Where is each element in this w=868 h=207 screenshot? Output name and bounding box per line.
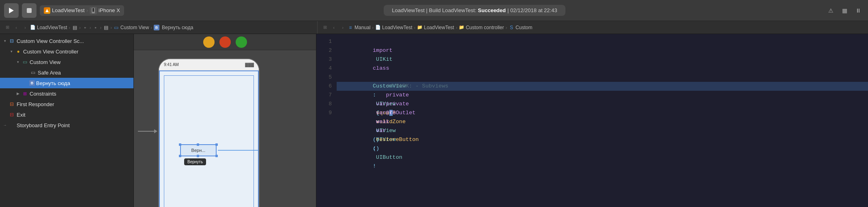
code-editor-panel: 1 2 3 4 5 6 7 8 9 import UIKit <box>316 34 868 207</box>
nav-label-btn: Вернуть сюда <box>36 80 70 86</box>
view-rect-icon: ▭ <box>21 59 28 65</box>
bc-sep-r1: › <box>372 25 374 30</box>
bc-item-custom-view[interactable]: ▭ Custom View <box>114 25 149 30</box>
folder-yellow-icon: 📁 <box>417 25 423 30</box>
bc-prev-right[interactable]: ‹ <box>330 23 338 32</box>
line-num-2: 2 <box>316 46 332 55</box>
rh-tc <box>197 143 199 146</box>
bc-item-folder1[interactable]: ▤ <box>72 25 77 30</box>
bc-sep-2: › <box>79 25 81 30</box>
sb-tool-button-2[interactable] <box>219 36 231 48</box>
phone-button-tooltip: Вернуть <box>184 158 206 165</box>
line-num-3: 3 <box>316 55 332 64</box>
bc-sep-3: › <box>90 25 91 30</box>
bc-item-file1[interactable]: ▫ <box>82 25 88 30</box>
nav-label-exit: Exit <box>17 112 26 118</box>
phone-status-bar: 9:41 AM ▓▓▓ <box>159 59 259 70</box>
resize-handles-container <box>179 143 218 157</box>
bc-sep-r3: › <box>456 25 458 30</box>
bc-item-r-custom[interactable]: S Custom <box>509 25 532 30</box>
nav-item-scene[interactable]: ▾ ⊟ Custom View Controller Sc... <box>0 36 133 46</box>
nav-item-custom-view[interactable]: ▾ ▭ Custom View <box>0 57 133 67</box>
main-content: ▾ ⊟ Custom View Controller Sc... ▾ ● Cus… <box>0 34 868 207</box>
phone-content: Верн... Вернуть <box>159 70 259 207</box>
bc-item-file2[interactable]: ▫ <box>93 25 99 30</box>
nav-item-first-responder[interactable]: ⊟ First Responder <box>0 99 133 109</box>
code-line-2 <box>337 46 868 55</box>
code-content[interactable]: import UIKit class CustomView : UIView { <box>337 34 868 207</box>
bc-item-manual[interactable]: ≡ Manual <box>348 25 370 30</box>
build-status-area: LoadViewTest | Build LoadViewTest: Succe… <box>127 5 822 16</box>
sb-tool-button-1[interactable] <box>203 36 215 48</box>
bc-next-left[interactable]: › <box>21 23 29 32</box>
layout-button[interactable]: ▦ <box>839 5 850 16</box>
bc-item-storyboard[interactable]: 📄 LoadViewTest <box>30 25 67 30</box>
bc-prev-left[interactable]: ‹ <box>12 23 20 32</box>
warning-button[interactable]: ⚠ <box>825 5 836 16</box>
navigator-panel: ▾ ⊟ Custom View Controller Sc... ▾ ● Cus… <box>0 34 134 207</box>
bc-r-custom: Custom <box>516 25 532 30</box>
line-num-4: 4 <box>316 64 332 73</box>
bc-grid-left[interactable]: ⊞ <box>3 23 11 32</box>
nav-label-scene: Custom View Controller Sc... <box>17 38 84 44</box>
bc-sep-6: › <box>150 25 152 30</box>
tooltip-text: Вернуть <box>187 160 203 164</box>
nav-item-constraints[interactable]: ▶ ⊞ Constraints <box>0 88 133 99</box>
nav-item-button[interactable]: B Вернуть сюда <box>0 78 133 88</box>
storyboard-canvas[interactable]: 9:41 AM ▓▓▓ Верн... <box>134 50 316 207</box>
bc-item-folder2[interactable]: ▤ <box>103 25 109 30</box>
storyboard-icon: 📄 <box>30 25 36 30</box>
folder-icon-1: ▤ <box>72 25 77 30</box>
device-icon <box>90 7 97 14</box>
breadcrumb-right: ⊞ ‹ › ≡ Manual › 📄 LoadViewTest › 📁 Load… <box>318 21 865 34</box>
sb-tool-button-3[interactable] <box>236 36 247 48</box>
line-num-7: 7 <box>316 91 332 100</box>
bc-item-r-folder2[interactable]: 📁 Custom controller <box>459 25 504 30</box>
code-line-5: // MARK: - Subviews <box>337 73 868 82</box>
bc-r-folder2: Custom controller <box>466 25 504 30</box>
bc-next-right[interactable]: › <box>339 23 347 32</box>
scheme-separator: › <box>86 7 88 13</box>
phone-frame: 9:41 AM ▓▓▓ Верн... <box>158 58 260 207</box>
bc-grid-right[interactable]: ⊞ <box>321 23 329 32</box>
safe-area-icon: ▭ <box>29 70 37 75</box>
scheme-selector[interactable]: LoadViewTest › iPhone X <box>40 5 124 16</box>
phone-time: 9:41 AM <box>164 62 179 67</box>
build-result: Succeeded <box>478 7 506 13</box>
storyboard-toolbar <box>134 34 316 50</box>
bc-manual-label: Manual <box>355 25 370 30</box>
bc-item-button-b[interactable]: B Вернуть сюда <box>154 25 193 30</box>
bc-sep-1: › <box>69 25 71 30</box>
nav-item-exit[interactable]: ⊟ Exit <box>0 109 133 120</box>
play-button[interactable] <box>4 3 19 18</box>
entry-line <box>138 131 154 132</box>
stop-button[interactable] <box>22 3 37 18</box>
tree-arrow-cv: ▾ <box>15 60 21 64</box>
bc-item-r-loadviewtest[interactable]: 📄 LoadViewTest <box>375 25 413 30</box>
bc-custom-view-label: Custom View <box>120 25 149 30</box>
scene-icon: ⊟ <box>8 38 15 44</box>
top-bar: LoadViewTest › iPhone X LoadViewTest | B… <box>0 0 868 21</box>
button-b-nav-icon: B <box>29 80 35 86</box>
nav-item-vc[interactable]: ▾ ● Custom View Controller <box>0 46 133 57</box>
entry-point-arrow <box>138 129 157 133</box>
tree-arrow-vc: ▾ <box>8 49 15 53</box>
file-icon-2: ▫ <box>93 25 99 30</box>
breadcrumb-left: ⊞ ‹ › 📄 LoadViewTest › ▤ › ▫ › ▫ › ▤ › ▭… <box>3 21 318 34</box>
line-num-8: 8 <box>316 100 332 109</box>
nav-item-safe-area[interactable]: ▭ Safe Area <box>0 67 133 78</box>
entry-arrowhead <box>154 129 157 133</box>
nav-item-entry-point[interactable]: → Storyboard Entry Point <box>0 120 133 130</box>
debug-button[interactable]: ⏸ <box>853 5 864 16</box>
code-line-1: import UIKit <box>337 37 868 46</box>
bc-item-r-folder1[interactable]: 📁 LoadViewTest <box>417 25 454 30</box>
line-num-6: 6 <box>316 82 332 91</box>
manual-icon: ≡ <box>348 25 353 30</box>
code-line-4 <box>337 64 868 73</box>
device-name: iPhone X <box>99 7 120 13</box>
storyboard-panel: 9:41 AM ▓▓▓ Верн... <box>134 34 316 207</box>
svg-rect-3 <box>92 8 94 12</box>
code-line-3: class CustomView : UIView { <box>337 55 868 64</box>
constraints-icon: ⊞ <box>21 91 28 96</box>
rh-br <box>215 155 218 157</box>
